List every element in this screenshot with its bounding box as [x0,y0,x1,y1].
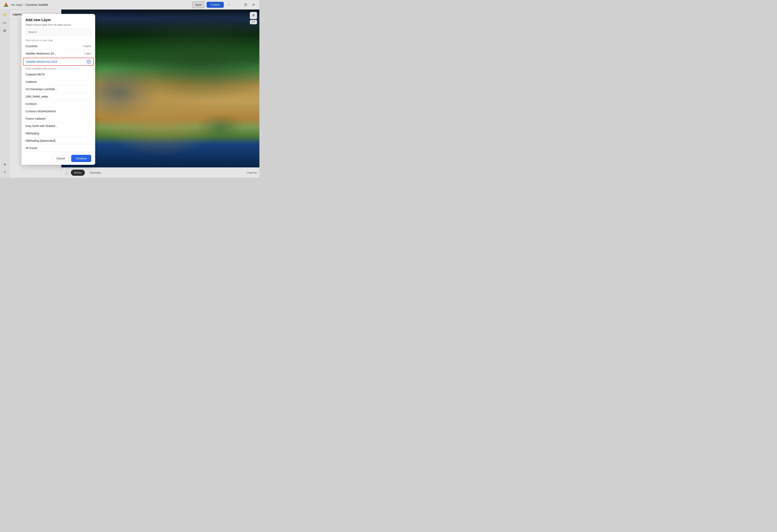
modal-search-area [21,29,95,38]
source-contours[interactable]: Contours [21,100,95,108]
source-france-cadastre-name: France cadastre [25,117,45,120]
section-label-map: Data sources in your map [21,38,95,42]
source-ch-swisstopo-name: CH Swisstopo LeichteB... [25,88,57,91]
source-satellite-mediumres-2018[interactable]: Satellite Mediumres 2018 [23,58,94,66]
modal-footer: Cancel Continue [21,152,95,165]
source-france-cadastre[interactable]: France cadastre [21,115,95,122]
source-jp-forest-name: JP Forest [25,146,37,150]
section-label-other: Other available data sources [21,66,95,71]
source-cadastre-beta[interactable]: Cadastre BETA [21,71,95,78]
source-countries-name: Countries [25,44,37,48]
source-ch-swisstopo[interactable]: CH Swisstopo LeichteB... [21,86,95,93]
source-gray-earth-name: Gray Earth with Shaded... [25,124,57,128]
source-satellite-mediumres-2018-name: Satellite Mediumres 2018 [26,60,57,63]
source-contours-noswitzerland[interactable]: Contours NoSwitzerland [21,108,95,115]
continue-button[interactable]: Continue [71,155,91,162]
modal-title: Add new Layer [25,18,91,22]
modal-list: Countries 2 layers Satellite Mediumres 2… [21,42,95,152]
source-gray-earth[interactable]: Gray Earth with Shaded... [21,122,95,130]
source-hillshading-name: Hillshading [25,132,39,135]
cancel-button[interactable]: Cancel [52,155,69,162]
source-countries-badge: 2 layers [83,45,91,47]
source-hillshading-deprecated-name: Hillshading [deprecated] [25,139,56,142]
source-cadastre[interactable]: Cadastre [21,78,95,86]
source-satellite-mediumres-parent-name: Satellite Mediumres 20... [25,52,56,55]
source-contours-noswitzerland-name: Contours NoSwitzerland [25,110,56,113]
source-jp-forest[interactable]: JP Forest [21,144,95,152]
source-lbm-relief[interactable]: LBM_Relief_webp [21,93,95,100]
modal-header: Add new Layer Select source layer from i… [21,14,95,29]
source-satellite-mediumres-parent-badge: 1 layer [84,52,91,55]
modal-subtitle: Select source layer from its data source… [25,23,91,26]
source-hillshading[interactable]: Hillshading [21,130,95,137]
add-layer-modal: Add new Layer Select source layer from i… [21,14,95,165]
source-lbm-relief-name: LBM_Relief_webp [25,95,48,98]
source-hillshading-deprecated[interactable]: Hillshading [deprecated] [21,137,95,144]
source-satellite-mediumres-parent[interactable]: Satellite Mediumres 20... 1 layer [21,50,95,57]
source-cadastre-beta-name: Cadastre BETA [25,73,44,76]
selected-source-icon [87,60,91,64]
source-contours-name: Contours [25,102,37,106]
source-countries[interactable]: Countries 2 layers [21,42,95,50]
search-input[interactable] [25,29,91,35]
source-cadastre-name: Cadastre [25,80,37,84]
